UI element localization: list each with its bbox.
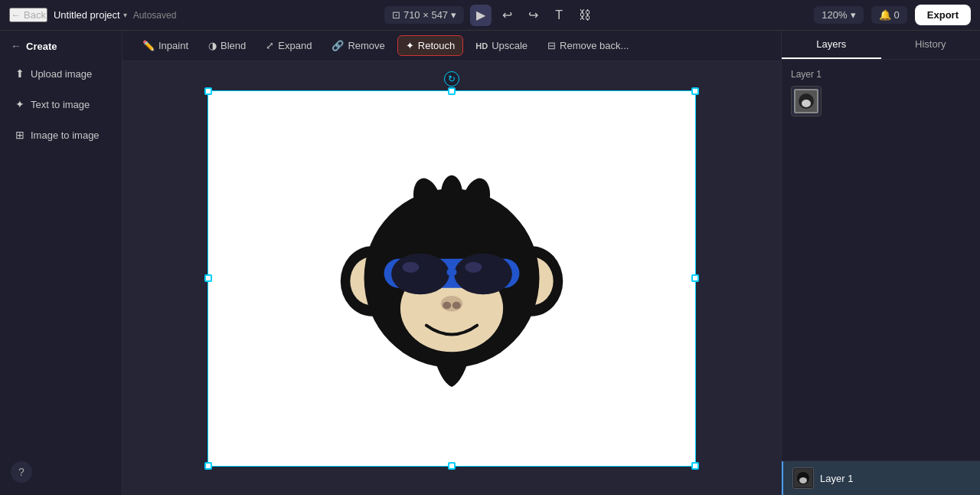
canvas-content xyxy=(208,91,695,466)
svg-point-15 xyxy=(465,262,482,273)
tool-group: ▶ ↩ ↪ T ⛓ xyxy=(470,5,596,26)
back-label: Back xyxy=(24,9,46,21)
zoom-button[interactable]: 120% ▾ xyxy=(814,6,863,24)
select-tool-button[interactable]: ▶ xyxy=(470,5,492,26)
resize-handle-tl[interactable] xyxy=(204,87,212,95)
svg-point-19 xyxy=(452,302,461,309)
resize-handle-tr[interactable] xyxy=(691,87,699,95)
tab-layers[interactable]: Layers xyxy=(782,31,881,59)
notifications-button[interactable]: 🔔 0 xyxy=(871,6,907,24)
sidebar-footer: ? xyxy=(0,455,122,489)
svg-point-25 xyxy=(799,477,807,484)
text-to-image-icon: ✦ xyxy=(15,98,24,110)
layers-section: Layer 1 xyxy=(782,60,980,135)
project-title[interactable]: Untitled project ▾ xyxy=(54,9,127,21)
back-arrow-icon: ← xyxy=(11,9,21,21)
frame-icon: ⊡ xyxy=(392,9,400,21)
create-label: Create xyxy=(26,41,57,52)
upload-image-label: Upload image xyxy=(31,68,92,80)
remove-icon: 🔗 xyxy=(332,40,344,51)
main-area: ← Create ⬆ Upload image ✦ Text to image … xyxy=(0,31,980,495)
right-panel: Layers History Layer 1 xyxy=(781,31,980,495)
layers-list: Layer 1 xyxy=(782,461,980,495)
layer-thumb-image xyxy=(794,89,818,113)
layer-item[interactable]: Layer 1 xyxy=(782,461,980,495)
resize-handle-bl[interactable] xyxy=(204,462,212,470)
canvas-viewport[interactable]: ↻ xyxy=(122,61,781,495)
notif-count: 0 xyxy=(894,9,900,21)
topbar-left: ← Back Untitled project ▾ Autosaved xyxy=(9,8,176,22)
remove-button[interactable]: 🔗 Remove xyxy=(324,36,392,55)
redo-button[interactable]: ↪ xyxy=(522,5,544,26)
canvas-frame: ↻ xyxy=(207,90,696,467)
svg-point-12 xyxy=(391,254,449,295)
resize-handle-br[interactable] xyxy=(691,462,699,470)
link-tool-button[interactable]: ⛓ xyxy=(574,5,596,26)
notif-icon: 🔔 xyxy=(879,9,891,21)
create-arrow-icon: ← xyxy=(11,40,21,52)
panel-tabs: Layers History xyxy=(782,31,980,60)
svg-point-7 xyxy=(441,175,462,215)
topbar: ← Back Untitled project ▾ Autosaved ⊡ 71… xyxy=(0,0,980,31)
image-to-image-label: Image to image xyxy=(31,129,100,141)
undo-button[interactable]: ↩ xyxy=(496,5,518,26)
zoom-level: 120% xyxy=(822,9,847,21)
resize-handle-mr[interactable] xyxy=(691,274,699,282)
project-chevron-icon: ▾ xyxy=(123,11,127,19)
retouch-icon: ✦ xyxy=(406,40,414,51)
sidebar-item-upload[interactable]: ⬆ Upload image xyxy=(5,60,117,87)
frame-chevron-icon: ▾ xyxy=(451,9,456,21)
svg-point-13 xyxy=(402,262,419,273)
sidebar-header: ← Create xyxy=(0,31,122,58)
blend-button[interactable]: ◑ Blend xyxy=(201,36,253,55)
inpaint-icon: ✏️ xyxy=(142,40,155,51)
remove-background-button[interactable]: ⊟ Remove back... xyxy=(540,36,636,55)
autosaved-status: Autosaved xyxy=(133,10,177,21)
remove-bg-icon: ⊟ xyxy=(547,40,556,51)
topbar-center: ⊡ 710 × 547 ▾ ▶ ↩ ↪ T ⛓ xyxy=(384,5,596,26)
blend-icon: ◑ xyxy=(208,40,217,51)
layer-item-thumbnail xyxy=(792,467,814,489)
upload-icon: ⬆ xyxy=(15,67,24,80)
expand-button[interactable]: ⤢ Expand xyxy=(258,36,319,55)
svg-point-18 xyxy=(443,302,451,309)
inpaint-button[interactable]: ✏️ Inpaint xyxy=(135,36,196,55)
topbar-right: 120% ▾ 🔔 0 Export xyxy=(814,5,971,25)
upscale-button[interactable]: HD Upscale xyxy=(468,36,535,55)
frame-size-display[interactable]: ⊡ 710 × 547 ▾ xyxy=(384,6,464,24)
svg-point-22 xyxy=(802,100,811,107)
canvas-area: ✏️ Inpaint ◑ Blend ⤢ Expand 🔗 Remove ✦ R… xyxy=(122,31,781,495)
svg-point-14 xyxy=(454,254,512,295)
panel-body: Layer 1 xyxy=(782,60,980,495)
resize-handle-ml[interactable] xyxy=(204,274,212,282)
rotate-handle[interactable]: ↻ xyxy=(444,71,459,87)
sidebar-item-image-to-image[interactable]: ⊞ Image to image xyxy=(5,121,117,149)
zoom-chevron-icon: ▾ xyxy=(851,9,856,21)
secondary-toolbar: ✏️ Inpaint ◑ Blend ⤢ Expand 🔗 Remove ✦ R… xyxy=(122,31,781,61)
layer-thumbnail xyxy=(791,86,822,116)
help-button[interactable]: ? xyxy=(11,461,32,483)
image-to-image-icon: ⊞ xyxy=(15,129,24,141)
text-to-image-label: Text to image xyxy=(31,99,90,110)
layer-item-name: Layer 1 xyxy=(820,473,853,484)
layer1-label: Layer 1 xyxy=(791,69,971,80)
resize-handle-bm[interactable] xyxy=(448,462,456,470)
svg-rect-16 xyxy=(447,269,457,275)
expand-icon: ⤢ xyxy=(266,40,274,51)
resize-handle-tm[interactable] xyxy=(448,87,456,95)
retouch-button[interactable]: ✦ Retouch xyxy=(397,35,463,56)
upscale-hd-icon: HD xyxy=(475,41,488,51)
monkey-image xyxy=(329,163,574,393)
export-button[interactable]: Export xyxy=(915,5,971,25)
sidebar-item-text-to-image[interactable]: ✦ Text to image xyxy=(5,90,117,118)
text-tool-button[interactable]: T xyxy=(548,5,570,26)
back-button[interactable]: ← Back xyxy=(9,8,47,22)
tab-history[interactable]: History xyxy=(881,31,981,59)
sidebar: ← Create ⬆ Upload image ✦ Text to image … xyxy=(0,31,122,495)
